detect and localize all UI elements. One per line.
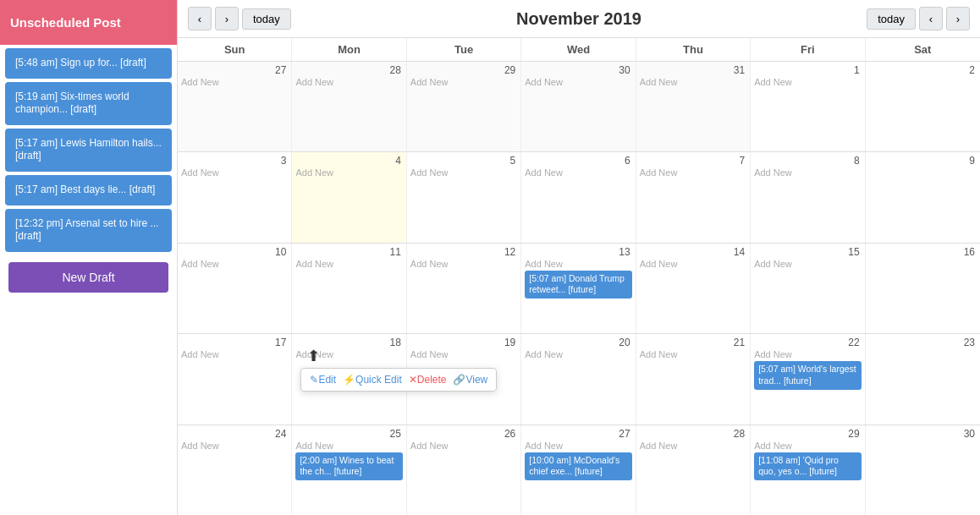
add-new-link[interactable]: Add New [410,77,517,87]
next-month-button-right[interactable]: › [946,7,970,30]
day-number: 28 [640,427,746,441]
week-row: 17Add New18Add New⬆✎Edit⚡Quick Edit✕Dele… [178,334,980,425]
add-new-link[interactable]: Add New [295,259,402,269]
add-new-link[interactable]: Add New [295,77,402,87]
prev-month-button-right[interactable]: ‹ [919,7,943,30]
day-number: 24 [181,427,288,441]
add-new-link[interactable]: Add New [640,167,746,178]
delete-link[interactable]: ✕Delete [409,374,447,386]
day-cell: 28Add New [292,62,406,151]
sidebar-post-item[interactable]: [5:17 am] Best days lie... [draft] [5,175,172,205]
sidebar-post-item[interactable]: [5:17 am] Lewis Hamilton hails... [draft… [5,129,172,172]
add-new-link[interactable]: Add New [181,167,288,178]
add-new-link[interactable]: Add New [640,441,746,451]
add-new-link[interactable]: Add New [181,259,288,269]
day-cell: 26Add New [407,425,521,515]
add-new-link[interactable]: Add New [754,349,861,359]
add-new-link[interactable]: Add New [181,349,288,359]
new-draft-button[interactable]: New Draft [8,262,168,293]
day-cell: 15Add New [751,244,865,333]
day-cell: 2 [866,62,980,151]
day-cell: 6Add New [521,152,636,242]
add-new-link[interactable]: Add New [754,259,861,269]
add-new-link[interactable]: Add New [525,349,631,359]
add-new-link[interactable]: Add New [410,167,517,178]
view-link[interactable]: 🔗View [453,374,487,386]
day-header: Sun [178,38,292,61]
calendar-event[interactable]: [10:00 am] McDonald's chief exe... [futu… [525,452,631,480]
day-number: 29 [754,427,861,441]
left-nav-group: ‹ › today [188,7,291,30]
day-number: 9 [869,154,977,167]
add-new-link[interactable]: Add New [525,167,631,178]
day-number: 20 [525,336,631,349]
week-row: 27Add New28Add New29Add New30Add New31Ad… [178,62,980,152]
add-new-link[interactable]: Add New [525,77,631,87]
day-cell: 27Add New[10:00 am] McDonald's chief exe… [521,425,636,515]
add-new-link[interactable]: Add New [640,77,746,87]
sidebar-post-item[interactable]: [12:32 pm] Arsenal set to hire ... [draf… [5,209,172,252]
calendar-event[interactable]: [5:07 am] World's largest trad... [futur… [754,361,861,389]
day-number: 1 [754,63,861,77]
today-button-right[interactable]: today [867,8,916,30]
day-cell: 13Add New[5:07 am] Donald Trump retweet.… [521,244,636,333]
day-header: Fri [751,38,865,61]
edit-link[interactable]: ✎Edit [310,374,336,386]
day-headers: SunMonTueWedThuFriSat [178,38,980,62]
day-number: 7 [640,154,746,167]
add-new-link[interactable]: Add New [640,259,746,269]
day-cell: 20Add New [521,334,636,424]
day-cell: 29Add New[11:08 am] 'Quid pro quo, yes o… [751,425,865,515]
day-number: 5 [410,154,517,167]
day-cell: 9 [866,152,980,242]
calendar-event[interactable]: [2:00 am] Wines to beat the ch... [futur… [295,452,402,480]
day-number: 17 [181,336,288,349]
add-new-link[interactable]: Add New [754,441,861,451]
next-month-button-left[interactable]: › [215,7,239,30]
day-number: 13 [525,245,631,259]
add-new-link[interactable]: Add New [525,441,631,451]
week-row: 10Add New11Add New12Add New13Add New[5:0… [178,244,980,334]
today-button-left[interactable]: today [242,8,291,30]
day-header: Sat [866,38,980,61]
add-new-link[interactable]: Add New [525,259,631,269]
day-number: 15 [754,245,861,259]
add-new-link[interactable]: Add New [295,167,402,178]
quick-edit-link[interactable]: ⚡Quick Edit [343,374,402,386]
calendar-event[interactable]: [11:08 am] 'Quid pro quo, yes o... [futu… [754,452,861,480]
add-new-link[interactable]: Add New [410,259,517,269]
add-new-link[interactable]: Add New [640,349,746,359]
add-new-link[interactable]: Add New [181,441,288,451]
day-number: 27 [525,427,631,441]
day-number: 3 [181,154,288,167]
day-cell: 11Add New [292,244,406,333]
day-number: 28 [295,63,402,77]
prev-month-button-left[interactable]: ‹ [188,7,212,30]
add-new-link[interactable]: Add New [295,441,402,451]
day-number: 21 [640,336,746,349]
cursor-icon: ⬆ [307,347,320,365]
event-context-menu: ✎Edit⚡Quick Edit✕Delete🔗View [300,368,497,392]
unscheduled-post-header[interactable]: Unscheduled Post [0,0,177,45]
week-row: 24Add New25Add New[2:00 am] Wines to bea… [178,425,980,515]
add-new-link[interactable]: Add New [410,441,517,451]
add-new-link[interactable]: Add New [754,77,861,87]
sidebar: Unscheduled Post [5:48 am] Sign up for..… [0,0,178,515]
day-number: 27 [181,63,288,77]
add-new-link[interactable]: Add New [181,77,288,87]
add-new-link[interactable]: Add New [754,167,861,178]
day-cell: 12Add New [407,244,521,333]
day-cell: 1Add New [751,62,865,151]
day-header: Mon [292,38,406,61]
day-number: 19 [410,336,517,349]
sidebar-post-item[interactable]: [5:48 am] Sign up for... [draft] [5,48,172,79]
day-cell: 28Add New [636,425,751,515]
day-cell: 30 [866,425,980,515]
add-new-link[interactable]: Add New [410,349,517,359]
sidebar-post-item[interactable]: [5:19 am] Six-times world champion... [d… [5,82,172,125]
day-cell: 30Add New [521,62,636,151]
day-number: 30 [869,427,977,441]
calendar-event[interactable]: [5:07 am] Donald Trump retweet... [futur… [525,271,631,299]
day-header: Thu [636,38,751,61]
day-number: 30 [525,63,631,77]
